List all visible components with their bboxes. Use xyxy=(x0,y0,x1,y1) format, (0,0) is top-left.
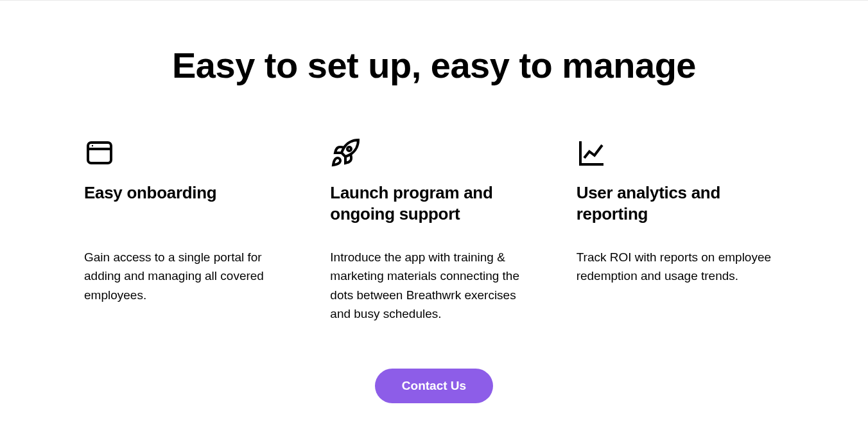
rocket-icon xyxy=(330,137,537,170)
feature-title: User analytics and reporting xyxy=(577,182,784,227)
svg-point-3 xyxy=(347,147,351,151)
feature-launch: Launch program and ongoing support Intro… xyxy=(330,137,537,324)
contact-us-button[interactable]: Contact Us xyxy=(375,369,493,403)
section-heading: Easy to set up, easy to manage xyxy=(84,44,784,86)
chart-icon xyxy=(577,137,784,170)
feature-analytics: User analytics and reporting Track ROI w… xyxy=(577,137,784,324)
feature-description: Introduce the app with training & market… xyxy=(330,248,537,324)
feature-description: Gain access to a single portal for addin… xyxy=(84,248,291,304)
feature-description: Track ROI with reports on employee redem… xyxy=(577,248,784,286)
features-grid: Easy onboarding Gain access to a single … xyxy=(84,137,784,324)
cta-wrap: Contact Us xyxy=(84,369,784,416)
svg-point-2 xyxy=(92,145,93,146)
svg-rect-0 xyxy=(88,143,111,163)
window-icon xyxy=(84,137,291,170)
feature-onboarding: Easy onboarding Gain access to a single … xyxy=(84,137,291,324)
feature-title: Launch program and ongoing support xyxy=(330,182,537,227)
feature-title: Easy onboarding xyxy=(84,182,291,227)
